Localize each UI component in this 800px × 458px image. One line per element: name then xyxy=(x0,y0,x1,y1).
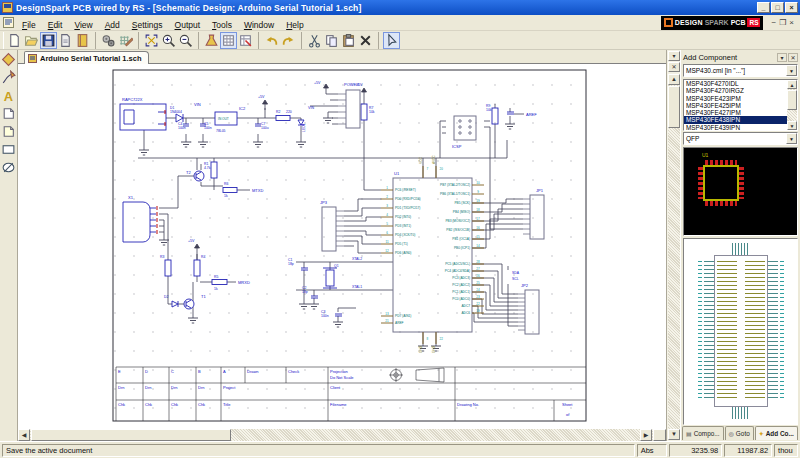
redo-icon[interactable] xyxy=(280,32,297,49)
design-grid-icon[interactable] xyxy=(237,32,254,49)
svg-text:PD7 (AIN1): PD7 (AIN1) xyxy=(395,314,411,318)
paste-icon[interactable] xyxy=(340,32,357,49)
panel-tab-addco[interactable]: ✦Add Co... xyxy=(755,426,798,440)
mdi-restore-button[interactable]: ❒ xyxy=(779,18,786,28)
panel-close-button[interactable]: ✕ xyxy=(668,62,680,72)
shape-b-icon[interactable] xyxy=(0,123,17,140)
component-list-item[interactable]: MSP430F4270IRGZ xyxy=(684,87,788,94)
mdi-minimize-button[interactable]: − xyxy=(771,18,776,28)
cursor-y: 11987.82 xyxy=(724,444,772,457)
mdi-window-controls: − ❒ × xyxy=(763,18,800,28)
select-cursor-icon[interactable] xyxy=(383,32,400,49)
svg-text:Title: Title xyxy=(223,402,231,407)
symbol-pins-bottom xyxy=(732,407,748,419)
menu-item-settings[interactable]: Settings xyxy=(126,18,169,32)
logo-brand2: SPARK xyxy=(705,19,729,26)
component-list[interactable]: MSP430F4270IDLMSP430F4270IRGZMSP430FE423… xyxy=(683,79,798,131)
component-list-item[interactable]: MSP430FE439IPN xyxy=(684,124,788,131)
svg-text:PD6 (AIN0): PD6 (AIN0) xyxy=(395,251,411,255)
symbol-pin-names-right xyxy=(745,261,765,401)
zoom-extents-icon[interactable] xyxy=(143,32,160,49)
menu-item-output[interactable]: Output xyxy=(169,18,207,32)
component-list-item[interactable]: MSP430FE423IPM xyxy=(684,95,788,102)
svg-text:PC3 (ADC3): PC3 (ADC3) xyxy=(452,276,470,280)
menu-item-file[interactable]: File xyxy=(16,18,42,32)
cut-icon[interactable] xyxy=(306,32,323,49)
component-list-item[interactable]: MSP430FE438IPN xyxy=(684,116,788,123)
edit-grid-icon[interactable] xyxy=(117,32,134,49)
minimize-button[interactable]: _ xyxy=(757,2,770,13)
schematic-canvas[interactable]: RAPC722XD11N4004VINC4100nC5100nIN OUTIC2… xyxy=(18,64,666,429)
close-document-icon[interactable] xyxy=(57,32,74,49)
scroll-up-button[interactable]: ▲ xyxy=(668,74,680,85)
list-scroll-up-icon[interactable]: ▲ xyxy=(787,80,797,89)
svg-text:PD0 (RXD/PCI16): PD0 (RXD/PCI16) xyxy=(395,197,421,201)
panel-menu-button[interactable]: ▾ xyxy=(777,53,787,62)
symbol-pins-right xyxy=(768,261,778,401)
panel-collapse-button[interactable]: ▾ xyxy=(668,51,680,61)
horizontal-scrollbar[interactable]: ◀ ▶ xyxy=(18,429,666,441)
hscroll-thumb[interactable] xyxy=(31,429,231,441)
panel-header-close-button[interactable]: ✕ xyxy=(788,53,798,62)
close-button[interactable]: × xyxy=(785,2,798,13)
svg-text:R2: R2 xyxy=(276,110,280,114)
svg-text:Chk: Chk xyxy=(198,402,205,407)
vscroll-track[interactable] xyxy=(668,85,680,429)
component-list-scrollbar[interactable]: ▲ ▼ xyxy=(787,80,797,130)
scroll-down-button[interactable]: ▼ xyxy=(668,429,680,440)
ellipse-tool-icon[interactable] xyxy=(0,159,17,176)
delete-icon[interactable] xyxy=(357,32,374,49)
document-menu-icon[interactable] xyxy=(3,17,14,28)
list-scroll-down-icon[interactable]: ▼ xyxy=(787,121,797,130)
package-combobox[interactable]: QFP ▼ xyxy=(683,132,798,145)
library-combobox-arrow-icon[interactable]: ▼ xyxy=(786,65,797,76)
panel-tab-icon: ◎ xyxy=(729,430,734,437)
mdi-close-button[interactable]: × xyxy=(789,18,794,28)
tab-arduino-serial-tutorial[interactable]: Arduino Serial Tutorial 1.sch xyxy=(24,51,149,64)
svg-text:19: 19 xyxy=(476,199,480,203)
scroll-left-button[interactable]: ◀ xyxy=(18,429,30,441)
maximize-button[interactable]: □ xyxy=(771,2,784,13)
schematic-doc-icon xyxy=(28,54,37,63)
svg-text:IN OUT: IN OUT xyxy=(218,117,229,121)
copy-icon[interactable] xyxy=(323,32,340,49)
component-icon[interactable] xyxy=(0,51,17,68)
menu-item-add[interactable]: Add xyxy=(99,18,126,32)
menu-item-tools[interactable]: Tools xyxy=(206,18,238,32)
menu-item-help[interactable]: Help xyxy=(280,18,309,32)
menu-item-view[interactable]: View xyxy=(68,18,98,32)
list-scroll-thumb[interactable] xyxy=(787,90,797,110)
svg-text:XTAL2: XTAL2 xyxy=(352,257,362,261)
menu-item-edit[interactable]: Edit xyxy=(42,18,69,32)
resize-gripper[interactable] xyxy=(653,429,666,441)
wire-tool-icon[interactable] xyxy=(0,69,17,86)
settings-gears-icon[interactable] xyxy=(100,32,117,49)
open-folder-icon[interactable] xyxy=(23,32,40,49)
symbol-preview xyxy=(683,238,798,425)
package-combobox-arrow-icon[interactable]: ▼ xyxy=(786,133,797,144)
shape-a-icon[interactable] xyxy=(0,105,17,122)
zoom-out-icon[interactable] xyxy=(177,32,194,49)
undo-icon[interactable] xyxy=(263,32,280,49)
vscroll-thumb[interactable] xyxy=(668,86,680,128)
menu-item-window[interactable]: Window xyxy=(238,18,280,32)
component-list-item[interactable]: MSP430F4270IDL xyxy=(684,80,788,87)
save-icon[interactable] xyxy=(40,32,57,49)
svg-text:VCC: VCC xyxy=(419,157,423,164)
grid-toggle-icon[interactable] xyxy=(220,32,237,49)
panel-tab-goto[interactable]: ◎Goto xyxy=(725,426,754,440)
rect-tool-icon[interactable] xyxy=(0,141,17,158)
symbol-pin-numbers-right xyxy=(780,261,784,401)
svg-text:LED1: LED1 xyxy=(302,123,306,132)
library-combobox[interactable]: MSP430.cml [in "..."] ▼ xyxy=(683,64,798,77)
zoom-in-icon[interactable] xyxy=(160,32,177,49)
vertical-scrollbar[interactable]: ▾ ✕ ▲ ▼ xyxy=(666,50,680,441)
panel-tab-compo[interactable]: ▤Compo... xyxy=(682,426,724,440)
scroll-right-button[interactable]: ▶ xyxy=(640,429,652,441)
new-document-icon[interactable] xyxy=(6,32,23,49)
component-list-item[interactable]: MSP430FE427IPM xyxy=(684,109,788,116)
pour-flask-icon[interactable] xyxy=(203,32,220,49)
library-icon[interactable] xyxy=(74,32,91,49)
text-tool-icon[interactable]: A xyxy=(0,87,17,104)
component-list-item[interactable]: MSP430FE425IPM xyxy=(684,102,788,109)
